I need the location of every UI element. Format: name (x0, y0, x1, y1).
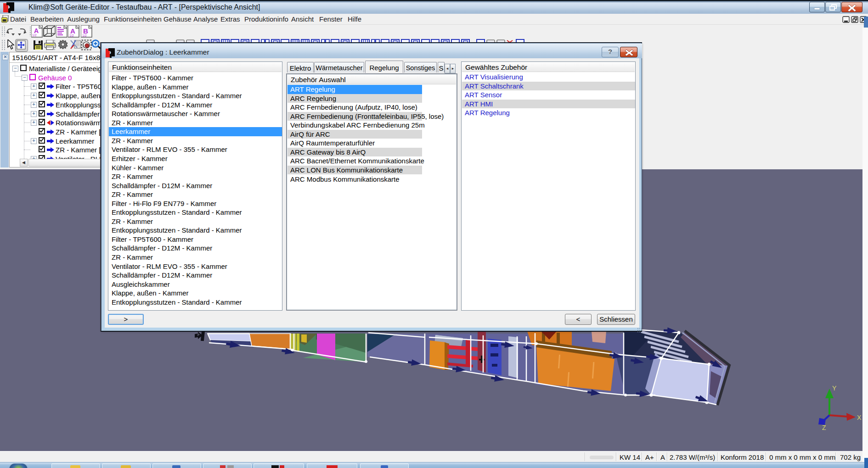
svg-text:1/2: 1/2 (82, 34, 87, 37)
svg-text:1/2: 1/2 (32, 33, 37, 37)
svg-text:1/2: 1/2 (69, 34, 74, 37)
svg-text:X: X (857, 414, 862, 421)
svg-text:Y: Y (832, 384, 837, 392)
svg-text:Z: Z (822, 424, 826, 431)
